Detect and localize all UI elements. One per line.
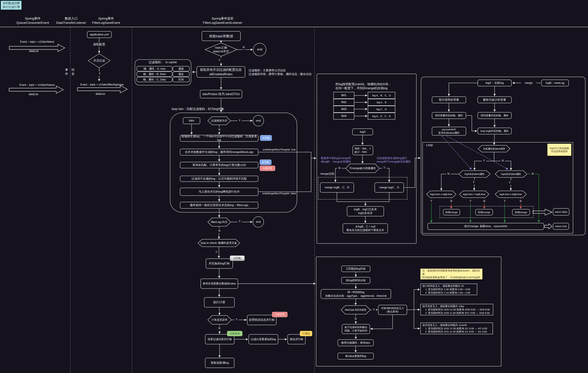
- label-y-enable-text-0: Y: [99, 72, 101, 75]
- label-y-topic-text-0: Y: [219, 58, 220, 62]
- event-history-label: Event：topic = v1/tskv/history: [10, 83, 64, 87]
- sourceinfo-box: sourceInfo中是否存在latest属性: [432, 127, 466, 135]
- label-n-left-hex: N: [446, 172, 451, 176]
- mark-complete-box: 对完备的log打标: [206, 259, 233, 269]
- get-thing-attr-right-box-text-0: 得到变量对应的物、属性: [481, 114, 509, 117]
- label-n-filterlogs: N: [217, 229, 221, 233]
- lifeline-label-event-text-1: 件: [65, 72, 68, 76]
- group-annotation: 把log按照配置(ruleId)、物属性(fild)分组；在同一配置下，寻找待m…: [334, 82, 406, 91]
- label-n-left-hex-text-0: N: [447, 172, 449, 176]
- cache-tag-recent-text-0: 最近: [178, 72, 184, 76]
- query-unmatched-box-text-0: 查询未匹配、计算异常的log(计算次数≤10): [192, 163, 246, 167]
- badge-unmatched-1: 未匹配: [260, 135, 272, 141]
- rules-annotation-text-0: 过滤规则：主要携带公式信息: [249, 69, 286, 72]
- gen-log-box-text-0: 按规则生成log， 一个tskv可以命中不同过滤规则，生成多条log: [181, 135, 257, 142]
- fild1-logs-cell: log A、B、C、D: [368, 92, 395, 99]
- fild1-logs-cell-text-0: log A、B、C、D: [372, 94, 391, 97]
- label-y-filterlogs-text-0: Y: [239, 219, 241, 223]
- purple-note-db-merge-text-0: 数据库中的log去merge其: [321, 156, 351, 160]
- sourceinfo-box-text-0: sourceInfo中: [442, 128, 456, 131]
- same-time-box: 同一时间的log按聚合信息分组：aggType、 aggInterval、tim…: [321, 289, 391, 299]
- enable-filter-diamond-text-0: 开启过滤: [94, 59, 105, 62]
- badge-calc-error-2: 计算异常: [272, 312, 287, 317]
- between-note-text-0: 注：底层按时间范围查询使用的是between，因此结束: [422, 269, 481, 276]
- set-error-box-text-0: 设置错误信息并打标: [249, 318, 275, 322]
- lane-title-queue-consumer-text-1: QueueConsumerEvent: [16, 21, 49, 25]
- merge-process-label-text-0: merge过程: [320, 172, 334, 176]
- filter-invalid-box: 过滤掉不合规的log：公式与规则详情不匹配: [180, 176, 258, 182]
- label-y-time3-text-0: Y: [504, 199, 506, 203]
- label-n-right-hex: N: [531, 172, 535, 176]
- loga-current-box-text-0: logA：当前log: [485, 81, 504, 85]
- fild2-logs-cell: log A、B: [368, 99, 395, 106]
- day-round-box: 按天四舍五入，假设聚合间隔为 1day 1. 若当前时间为 3/28 12:30…: [420, 304, 493, 315]
- reject-merge-3: 拒绝merge: [512, 209, 530, 215]
- event-save-datalist-text-0: dataList: [96, 92, 105, 96]
- datatype-range-hex: dataType为区间类型: [341, 306, 370, 314]
- rules-empty-hex: 过滤规则为空: [208, 117, 231, 125]
- loop-logb-attr-box-text-0: loop logB对应的物、属性: [480, 129, 509, 133]
- month-round-box: 按月四舍五入，假设聚合间隔为 1month 1. 若当前时间为 3/16 12:…: [420, 322, 493, 334]
- cache-tag-range: 区间: [173, 77, 189, 82]
- merge-process-label: merge过程: [319, 172, 341, 176]
- topic-ok-diamond-text-0: topic正确: [215, 46, 227, 50]
- badge-calc-success: 计算成功: [227, 331, 242, 336]
- hour-round-box-text-0: 按小时四舍五入，假设聚合间隔为 1h: [422, 284, 464, 288]
- label-n-topic-text-0: N: [243, 46, 245, 49]
- fild2-logs-cell-text-0: log A、B: [377, 101, 386, 104]
- badge-unmatched-2-text-0: 未匹配: [262, 161, 270, 164]
- lifeline-label-forward: 转发: [71, 67, 75, 77]
- get-thing-attr-left-box: 得到变量对应的物、属性: [432, 112, 466, 119]
- filter-invalid-box-text-0: 过滤掉不合规的log：公式与规则详情不匹配: [191, 177, 247, 181]
- hour-round-box: 按小时四舍五入，假设聚合间隔为 1h 1. 若当前时间为 2:30 则查询 2:…: [420, 284, 477, 295]
- month-round-box-text-1: 1. 若当前时间为 3/16 12:30 则查询 3/1 0:00 ～ 4/1 …: [422, 327, 487, 330]
- matched-list-box: 已匹配的log列表: [341, 266, 370, 272]
- calc-start-time-box-text-0: 基于结束时间和聚合: [345, 326, 367, 329]
- label-n-time2: N: [482, 199, 486, 203]
- label-y-latest-type: Y: [482, 158, 486, 163]
- collect-query-tskv-box: 整理出物属性，查询tskv: [338, 340, 374, 346]
- topic-ok-diamond-text-1: dataList非空: [213, 50, 229, 53]
- only-miss-attr-hex-text-0: 只merge缺少的物属性: [349, 166, 376, 170]
- day-round-box-text-2: 2. 若当前时间为 3/28 11:30 则查询 3/27 0:00 ～ 3/2…: [422, 311, 490, 315]
- merge-edge-label-text-0: merge: [525, 81, 532, 85]
- lane-title-data-transfer: 数据入口DataTransferListener: [51, 16, 91, 25]
- label-y-filterlogs: Y: [237, 219, 242, 224]
- group-by-time-box: 按log的时间分组: [341, 277, 370, 284]
- set-result-box-text-0: 设置过滤结果并打标: [208, 337, 232, 341]
- calc-start-time-box-text-1: 间隔，计算开始时间: [345, 329, 367, 332]
- loga-has-latest-right-hex-text-0: logA存在latest属性: [501, 173, 521, 176]
- filter-logs-box: 最终获得一批经过层层合并后的log：filterLogs: [180, 202, 258, 208]
- loga-has-latest-right-hex: logA存在latest属性: [495, 171, 527, 177]
- round-query-time-box: 对查询时间四舍五入(整点查询): [378, 305, 407, 315]
- flowchart-canvas: 实时数据消费执行过滤引擎Spring事件QueueConsumerEvent数据…: [0, 0, 588, 373]
- purple-note-db-merge-text-1: 他log时，merge全部属性: [321, 160, 351, 163]
- label-y-rules-empty: Y: [237, 118, 242, 123]
- rules-empty-hex-text-0: 过滤规则为空: [211, 119, 227, 123]
- update-value-box-text-0: 将value更新到log: [345, 354, 366, 358]
- latest-type-hex: 当前属性是latest类型: [478, 145, 510, 152]
- filterlogs-empty-hex-text-0: filterLogs为空: [211, 220, 228, 224]
- badge-matched-text-0: 已匹配: [233, 257, 241, 260]
- set-null-box-text-0: 令logB、C = null: [355, 225, 375, 228]
- merge-batch-box: 合并本批数据中生成的log：最终得到mergedNewLogs: [180, 149, 258, 155]
- loga-current-box: logA：当前log: [478, 80, 512, 86]
- label-n-miss: N: [337, 166, 342, 170]
- reject-merge-1-text-0: 拒绝merge: [445, 211, 458, 214]
- tskv-protos-box-text-0: tskvProtos 转为 tskvDTOs: [202, 92, 240, 96]
- badge-notified: 已通知: [300, 331, 312, 336]
- exec-calc-box-text-0: 执行计算: [213, 300, 225, 304]
- group-annotation-text-0: 把log按照配置(ruleId)、物属性(fild)分组；: [336, 82, 391, 86]
- cache-rule-b-text-0: 物、属性：B, 5min: [143, 72, 166, 76]
- label-y-right-hex: Y: [508, 180, 512, 185]
- label-y-left-hex-text-0: Y: [473, 180, 475, 184]
- return-false-box-text-0: return false: [555, 210, 567, 214]
- lane-title-data-transfer-text-1: DataTransferListener: [56, 21, 86, 25]
- label-y-latest-type-text-0: Y: [483, 159, 485, 162]
- loga-has-latest-left-hex: logA存在latest属性: [459, 171, 490, 177]
- label-y-calc: Y: [234, 317, 239, 322]
- application-yml-box: application.yml: [87, 31, 112, 38]
- get-enabled-rules-box: 获取所有开启过滤的配置信息allEnabledRules: [197, 66, 245, 78]
- rules-annotation: 过滤规则：主要携带公式信息过滤规则详情：携带计算物、属性信息；聚合信息: [247, 68, 316, 77]
- realtime-note-text-0: 实时数据消费: [3, 1, 20, 5]
